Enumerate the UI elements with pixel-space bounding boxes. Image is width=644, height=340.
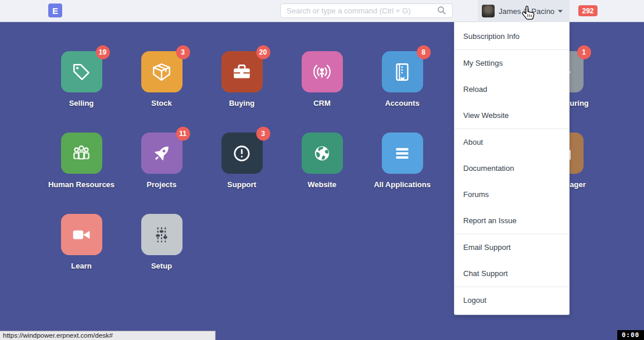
sliders-icon	[151, 224, 173, 246]
app-label: Website	[282, 180, 362, 189]
user-dropdown-menu: Subscription Info My Settings Reload Vie…	[454, 22, 570, 315]
menu-item-report-an-issue[interactable]: Report an Issue	[455, 207, 569, 234]
app-label: Accounts	[362, 99, 442, 108]
briefcase-icon	[231, 61, 253, 83]
app-badge: 3	[176, 45, 190, 59]
app-tile-buying[interactable]: 20	[221, 51, 263, 92]
menu-icon	[391, 142, 413, 164]
menu-item-logout[interactable]: Logout	[455, 287, 569, 313]
ledger-icon	[391, 61, 413, 83]
app-badge: 20	[256, 45, 270, 59]
search-icon[interactable]	[437, 6, 446, 15]
video-icon	[70, 224, 92, 246]
app-accounts[interactable]: 8 Accounts	[362, 51, 442, 108]
app-badge: 8	[417, 45, 431, 59]
user-avatar	[482, 5, 495, 17]
menu-item-documentation[interactable]: Documentation	[455, 155, 569, 181]
app-badge: 11	[176, 127, 190, 141]
menu-item-forums[interactable]: Forums	[455, 181, 569, 207]
app-label: Support	[202, 180, 282, 189]
app-tile-human-resources[interactable]	[61, 133, 102, 174]
app-tile-learn[interactable]	[61, 214, 102, 255]
menu-item-email-support[interactable]: Email Support	[455, 234, 569, 260]
menu-item-about[interactable]: About	[455, 129, 569, 155]
app-projects[interactable]: 11 Projects	[121, 133, 202, 189]
app-logo[interactable]: E	[48, 3, 62, 17]
app-buying[interactable]: 20 Buying	[202, 51, 282, 108]
app-website[interactable]: Website	[282, 133, 362, 189]
app-tile-website[interactable]	[302, 133, 343, 174]
app-label: CRM	[282, 99, 362, 108]
cursor-pointer-icon	[521, 5, 535, 21]
broadcast-icon	[311, 61, 333, 83]
menu-item-reload[interactable]: Reload	[455, 76, 569, 102]
app-label: Setup	[121, 262, 202, 270]
app-human-resources[interactable]: Human Resources	[41, 133, 121, 189]
app-label: All Applications	[362, 180, 442, 189]
app-label: Selling	[41, 99, 121, 108]
app-badge: 3	[256, 127, 270, 141]
issue-icon	[231, 142, 253, 164]
app-tile-selling[interactable]: 19	[61, 51, 102, 92]
app-tile-accounts[interactable]: 8	[382, 51, 423, 92]
app-label: Learn	[41, 262, 121, 270]
app-tile-projects[interactable]: 11	[141, 133, 183, 174]
menu-item-view-website[interactable]: View Website	[455, 102, 569, 128]
app-tile-support[interactable]: 3	[221, 133, 263, 174]
app-tile-crm[interactable]	[302, 51, 343, 92]
app-label: Human Resources	[41, 180, 121, 189]
menu-item-subscription-info[interactable]: Subscription Info	[455, 23, 569, 49]
menu-item-my-settings[interactable]: My Settings	[455, 50, 569, 76]
navbar: E James Al Pacino 292	[0, 0, 644, 22]
app-support[interactable]: 3 Support	[202, 133, 282, 189]
menu-item-chat-support[interactable]: Chat Support	[455, 260, 569, 287]
app-tile-setup[interactable]	[141, 214, 183, 255]
app-learn[interactable]: Learn	[41, 214, 121, 270]
app-label: Buying	[202, 99, 282, 108]
app-badge: 19	[96, 45, 110, 59]
tag-icon	[70, 61, 92, 83]
box-icon	[151, 61, 173, 83]
app-tile-stock[interactable]: 3	[141, 51, 183, 92]
chevron-down-icon	[558, 10, 563, 13]
notifications-badge[interactable]: 292	[578, 5, 598, 16]
recording-timer: 0:00	[617, 330, 644, 340]
globe-icon	[311, 142, 333, 164]
app-all-applications[interactable]: All Applications	[362, 133, 442, 189]
app-label: Stock	[121, 99, 202, 108]
app-badge: 1	[577, 45, 591, 59]
link-preview-statusbar: https://windpower.erpnext.com/desk#	[0, 331, 216, 340]
app-crm[interactable]: CRM	[282, 51, 362, 108]
rocket-icon	[151, 142, 173, 164]
search-input[interactable]	[280, 3, 453, 18]
app-label: Projects	[121, 180, 202, 189]
app-setup[interactable]: Setup	[121, 214, 202, 270]
app-selling[interactable]: 19 Selling	[41, 51, 121, 108]
people-icon	[70, 142, 92, 164]
app-tile-all-applications[interactable]	[382, 133, 423, 174]
app-stock[interactable]: 3 Stock	[121, 51, 202, 108]
